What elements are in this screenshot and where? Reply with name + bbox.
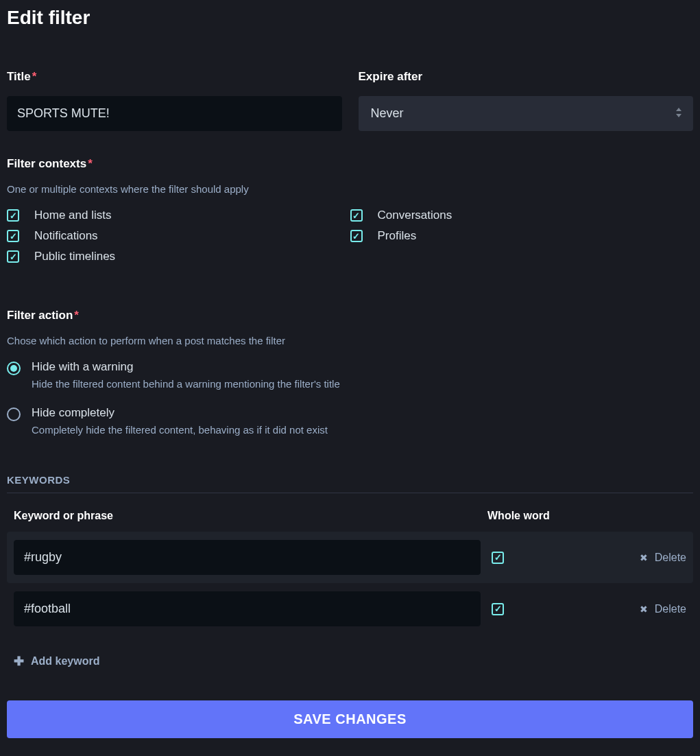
action-hint: Chose which action to perform when a pos… bbox=[7, 335, 693, 346]
delete-keyword-button[interactable]: ✖Delete bbox=[590, 603, 686, 615]
wholeword-checkbox[interactable] bbox=[492, 603, 504, 615]
context-2-label: Public timelines bbox=[34, 250, 115, 263]
context-1-label: Notifications bbox=[34, 229, 98, 243]
keyword-row: ✖Delete bbox=[7, 583, 693, 635]
radio-title: Hide with a warning bbox=[32, 360, 340, 374]
plus-icon: ✚ bbox=[14, 654, 24, 669]
radio-title: Hide completely bbox=[32, 406, 328, 420]
action-label: Filter action* bbox=[7, 309, 693, 322]
keyword-input[interactable] bbox=[14, 540, 481, 575]
radio-desc: Completely hide the filtered content, be… bbox=[32, 424, 328, 436]
expire-select[interactable]: Never bbox=[359, 96, 694, 131]
wholeword-checkbox[interactable] bbox=[492, 552, 504, 564]
context-0-checkbox[interactable] bbox=[7, 209, 19, 222]
save-button[interactable]: SAVE CHANGES bbox=[7, 700, 693, 738]
keyword-col-header: Keyword or phrase bbox=[14, 510, 481, 522]
contexts-label: Filter contexts* bbox=[7, 157, 693, 171]
expire-label: Expire after bbox=[359, 70, 694, 84]
context-b0-checkbox[interactable] bbox=[350, 209, 363, 222]
contexts-hint: One or multiple contexts where the filte… bbox=[7, 183, 693, 195]
title-input[interactable] bbox=[7, 96, 342, 131]
radio-desc: Hide the filtered content behind a warni… bbox=[32, 378, 340, 390]
filter-action-radio-0[interactable] bbox=[7, 362, 21, 375]
filter-action-radio-1[interactable] bbox=[7, 407, 21, 421]
delete-keyword-button[interactable]: ✖Delete bbox=[590, 552, 686, 564]
close-icon: ✖ bbox=[640, 604, 648, 615]
keywords-header: KEYWORDS bbox=[7, 474, 693, 493]
page-title: Edit filter bbox=[7, 7, 693, 29]
title-label: Title* bbox=[7, 70, 342, 84]
keyword-input[interactable] bbox=[14, 591, 481, 626]
keyword-row: ✖Delete bbox=[7, 532, 693, 583]
context-2-checkbox[interactable] bbox=[7, 250, 19, 263]
context-1-checkbox[interactable] bbox=[7, 230, 19, 242]
close-icon: ✖ bbox=[640, 552, 648, 563]
context-0-label: Home and lists bbox=[34, 209, 111, 222]
wholeword-col-header: Whole word bbox=[487, 510, 583, 522]
add-keyword-button[interactable]: ✚ Add keyword bbox=[7, 650, 693, 673]
context-b1-label: Profiles bbox=[378, 229, 417, 243]
context-b1-checkbox[interactable] bbox=[350, 230, 363, 242]
context-b0-label: Conversations bbox=[378, 209, 452, 222]
